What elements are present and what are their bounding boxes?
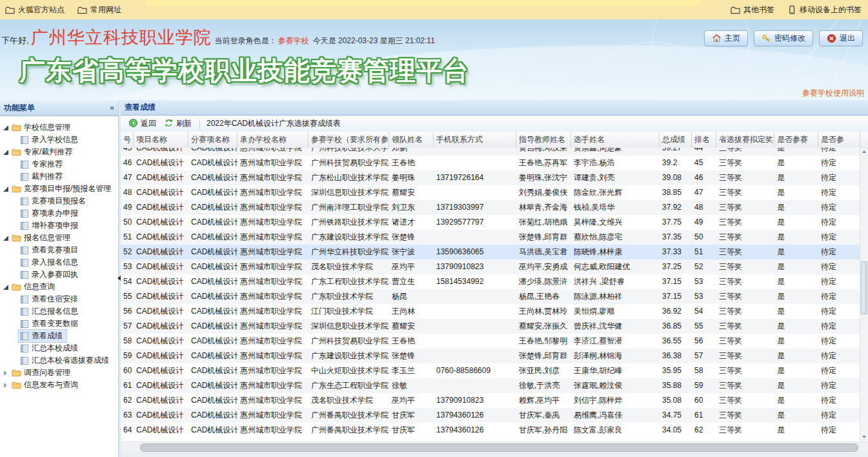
table-row[interactable]: 64CAD机械设计CAD机械设计惠州城市职业学院广州番禺职业技术学院甘庆军137… bbox=[121, 423, 868, 438]
tree-node-inner[interactable]: 裁判推荐 bbox=[18, 170, 67, 183]
column-header[interactable]: 是否参赛 bbox=[774, 132, 818, 148]
sidebar-tree-leaf[interactable]: 汇总本校省选拔赛成绩 bbox=[0, 354, 118, 367]
column-header[interactable]: 排名 bbox=[692, 132, 716, 148]
tree-node-inner[interactable]: 竞赛项目申报/预报名管理 bbox=[10, 182, 116, 196]
tree-node-inner[interactable]: 汇总本校省选拔赛成绩 bbox=[18, 354, 114, 367]
sidebar-tree-folder[interactable]: 调查问卷管理 bbox=[0, 367, 118, 379]
tree-node-inner[interactable]: 竞赛项目预报名 bbox=[18, 194, 90, 208]
column-header[interactable]: 号 bbox=[121, 132, 134, 148]
sidebar-tree-leaf[interactable]: 查看成绩 bbox=[0, 330, 118, 342]
scroll-up-button[interactable] bbox=[860, 148, 867, 156]
change-password-button[interactable]: 密码修改 bbox=[754, 30, 813, 46]
table-row[interactable]: 52CAD机械设计CAD机械设计惠州城市职业学院广州华立科技职业学院张宁波135… bbox=[121, 245, 868, 259]
vertical-scrollbar-thumb[interactable] bbox=[861, 261, 867, 314]
tree-node-inner[interactable]: 查看竞赛项目 bbox=[18, 243, 83, 257]
tree-expand-icon[interactable] bbox=[1, 382, 10, 388]
tree-node-inner[interactable]: 录入参赛回执 bbox=[18, 268, 83, 281]
sidebar-tree-folder[interactable]: 信息发布与查询 bbox=[0, 379, 118, 391]
sidebar-tree-leaf[interactable]: 竞赛项目预报名 bbox=[0, 195, 118, 207]
usage-instructions-link[interactable]: 参赛学校使用说明 bbox=[802, 88, 864, 99]
sidebar-tree-folder[interactable]: 报名信息管理 bbox=[0, 232, 118, 244]
tree-node-inner[interactable]: 汇总本校成绩 bbox=[18, 341, 83, 355]
sidebar-tree-leaf[interactable]: 增补赛项申报 bbox=[0, 219, 118, 232]
tree-node-inner[interactable]: 查看成绩 bbox=[18, 329, 67, 343]
column-header[interactable]: 承办学校名称 bbox=[237, 132, 308, 148]
table-row[interactable]: 59CAD机械设计CAD机械设计惠州城市职业学院广东建设职业技术学院张楚锋张楚锋… bbox=[121, 349, 868, 363]
column-header[interactable]: 项目名称 bbox=[134, 132, 188, 148]
sidebar-tree-leaf[interactable]: 录入参赛回执 bbox=[0, 269, 118, 281]
tree-node-inner[interactable]: 调查问卷管理 bbox=[10, 366, 75, 380]
tree-node-inner[interactable]: 查看住宿安排 bbox=[18, 292, 83, 306]
column-header[interactable]: 选手姓名 bbox=[571, 132, 660, 148]
column-header[interactable]: 是否参 bbox=[818, 132, 860, 148]
sidebar-tree-leaf[interactable]: 汇总本校成绩 bbox=[0, 342, 118, 354]
sidebar-tree-leaf[interactable]: 专家推荐 bbox=[0, 158, 118, 170]
horizontal-scrollbar[interactable] bbox=[121, 442, 868, 452]
tree-node-inner[interactable]: 查看变更数据 bbox=[18, 317, 83, 330]
column-header[interactable]: 总成绩 bbox=[660, 132, 692, 148]
sidebar-tree-leaf[interactable]: 汇总报名信息 bbox=[0, 305, 118, 318]
table-row[interactable]: 54CAD机械设计CAD机械设计惠州城市职业学院广东工程职业技术学院曹立生158… bbox=[121, 274, 868, 289]
tree-node-inner[interactable]: 专家推荐 bbox=[18, 157, 67, 171]
horizontal-scrollbar-thumb[interactable] bbox=[140, 443, 858, 452]
vertical-scrollbar[interactable] bbox=[860, 148, 868, 441]
table-row[interactable]: 55CAD机械设计CAD机械设计惠州城市职业学院广东职业技术学院杨昆杨昆,王艳春… bbox=[121, 289, 868, 304]
tree-node-inner[interactable]: 报名信息管理 bbox=[10, 231, 75, 245]
table-row[interactable]: 63CAD机械设计CAD机械设计惠州城市职业学院广州番禺职业技术学院甘庆军137… bbox=[121, 408, 868, 423]
bookmark-item[interactable]: 常用网址 bbox=[77, 5, 121, 15]
column-header[interactable]: 手机联系方式 bbox=[434, 132, 516, 148]
tree-node-inner[interactable]: 汇总报名信息 bbox=[18, 305, 83, 318]
column-header[interactable]: 省选拔赛拟定奖项 bbox=[716, 132, 774, 148]
table-row[interactable]: 45CAD机械设计CAD机械设计惠州城市职业学院广州科技职业技术大学郑鹏黄吉梅,… bbox=[121, 148, 868, 156]
table-row[interactable]: 58CAD机械设计CAD机械设计惠州城市职业学院广州科技贸易职业学院王春艳王春艳… bbox=[121, 334, 868, 349]
sidebar-tree-folder[interactable]: 信息查询 bbox=[0, 281, 118, 293]
table-row[interactable]: 48CAD机械设计CAD机械设计惠州城市职业学院深圳信息职业技术学院蔡耀安刘秀娟… bbox=[121, 185, 868, 200]
table-row[interactable]: 62CAD机械设计CAD机械设计惠州城市职业学院茂名职业技术学院巫均平13790… bbox=[121, 393, 868, 408]
tree-node-inner[interactable]: 信息查询 bbox=[10, 280, 59, 294]
tree-node-inner[interactable]: 专家/裁判推荐 bbox=[10, 145, 77, 159]
table-row[interactable]: 50CAD机械设计CAD机械设计惠州城市职业学院广州铁路职业技术学院诸进才139… bbox=[121, 215, 868, 230]
tree-collapse-icon[interactable] bbox=[1, 186, 10, 192]
tree-collapse-icon[interactable] bbox=[1, 284, 10, 290]
sidebar-tree-leaf[interactable]: 录入学校信息 bbox=[0, 134, 118, 146]
logout-button[interactable]: 退出 bbox=[819, 30, 863, 46]
bookmark-item[interactable]: 火狐官方站点 bbox=[5, 5, 65, 15]
sidebar-collapse-button[interactable]: « bbox=[110, 103, 114, 112]
table-row[interactable]: 49CAD机械设计CAD机械设计惠州城市职业学院广州南洋理工职业学院刘卫东137… bbox=[121, 200, 868, 215]
sidebar-tree-leaf[interactable]: 查看竞赛项目 bbox=[0, 244, 118, 256]
column-header[interactable]: 领队姓名 bbox=[389, 132, 434, 148]
table-row[interactable]: 51CAD机械设计CAD机械设计惠州城市职业学院广东建设职业技术学院张楚锋张楚锋… bbox=[121, 230, 868, 245]
tree-node-inner[interactable]: 学校信息管理 bbox=[10, 121, 75, 134]
table-row[interactable]: 53CAD机械设计CAD机械设计惠州城市职业学院茂名职业技术学院巫均平13790… bbox=[121, 259, 868, 274]
scroll-down-button[interactable] bbox=[860, 433, 867, 441]
table-row[interactable]: 56CAD机械设计CAD机械设计惠州城市职业学院江门职业技术学院王尚林王尚林,贾… bbox=[121, 304, 868, 319]
tree-collapse-icon[interactable] bbox=[1, 235, 10, 241]
column-header[interactable]: 指导教师姓名 bbox=[516, 132, 571, 148]
column-header[interactable]: 参赛学校（要求所有参赛学 bbox=[308, 132, 389, 148]
tree-node-inner[interactable]: 信息发布与查询 bbox=[10, 378, 83, 392]
sidebar-tree-leaf[interactable]: 赛项承办申报 bbox=[0, 207, 118, 219]
sidebar-tree-leaf[interactable]: 查看住宿安排 bbox=[0, 293, 118, 305]
sidebar-tree-folder[interactable]: 竞赛项目申报/预报名管理 bbox=[0, 183, 118, 195]
sidebar-tree-folder[interactable]: 专家/裁判推荐 bbox=[0, 146, 118, 158]
table-row[interactable]: 46CAD机械设计CAD机械设计惠州城市职业学院广州科技贸易职业学院王春艳王春艳… bbox=[121, 156, 868, 170]
tree-collapse-icon[interactable] bbox=[1, 149, 10, 155]
table-row[interactable]: 60CAD机械设计CAD机械设计惠州城市职业学院中山火炬职业技术学院李玉兰076… bbox=[121, 363, 868, 378]
tree-node-inner[interactable]: 录入报名信息 bbox=[18, 256, 83, 269]
tree-node-inner[interactable]: 录入学校信息 bbox=[18, 133, 83, 147]
column-header[interactable]: 分赛项名称 bbox=[188, 132, 237, 148]
tree-node-inner[interactable]: 赛项承办申报 bbox=[18, 207, 83, 220]
refresh-button[interactable]: 刷新 bbox=[160, 117, 196, 131]
home-button[interactable]: 主页 bbox=[704, 30, 748, 46]
tree-node-inner[interactable]: 增补赛项申报 bbox=[18, 219, 83, 232]
sidebar-tree-folder[interactable]: 学校信息管理 bbox=[0, 121, 118, 134]
sidebar-tree-leaf[interactable]: 查看变更数据 bbox=[0, 318, 118, 330]
sidebar-tree-leaf[interactable]: 裁判推荐 bbox=[0, 170, 118, 183]
bookmark-item[interactable]: 移动设备上的书签 bbox=[787, 5, 862, 15]
back-button[interactable]: 返回 bbox=[125, 117, 160, 131]
tree-collapse-icon[interactable] bbox=[1, 125, 10, 130]
table-row[interactable]: 47CAD机械设计CAD机械设计惠州城市职业学院广东松山职业技术学院姜明珠137… bbox=[121, 170, 868, 185]
bookmark-item[interactable]: 其他书签 bbox=[731, 5, 774, 15]
table-row[interactable]: 61CAD机械设计CAD机械设计惠州城市职业学院广东生态工程职业学院徐敏徐敏,于… bbox=[121, 378, 868, 393]
table-row[interactable]: 57CAD机械设计CAD机械设计惠州城市职业学院深圳信息职业技术学院蔡耀安蔡耀安… bbox=[121, 319, 868, 334]
